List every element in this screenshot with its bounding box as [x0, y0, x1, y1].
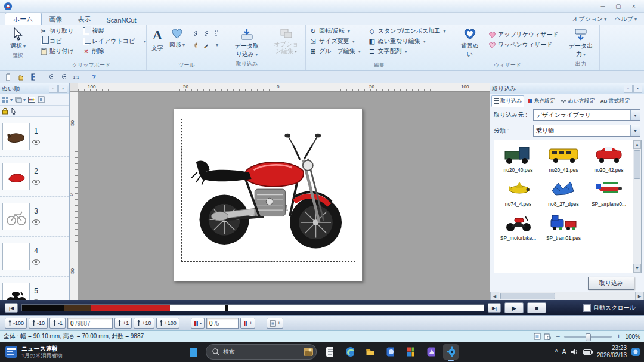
data-output-button[interactable]: データ出力▾	[564, 26, 597, 60]
design-page[interactable]	[174, 109, 363, 281]
panel-pin-button[interactable]: ▫	[49, 85, 58, 93]
tab-text-format[interactable]: AB書式設定	[598, 95, 633, 107]
zoom-out-minus[interactable]: −	[554, 332, 561, 341]
option-edit-button[interactable]: オプション編集▾	[269, 26, 304, 55]
library-item[interactable]: SP_airplane0...	[586, 177, 631, 207]
sew-order-item[interactable]: 1	[0, 117, 69, 157]
tab-view[interactable]: 表示	[70, 13, 99, 25]
close-button[interactable]: ×	[626, 1, 642, 11]
group-edit-button[interactable]: ⊞グループ編集▾	[308, 47, 362, 56]
delete-button[interactable]: ×削除	[80, 47, 147, 56]
taskbar-app-icon-violet[interactable]	[423, 344, 438, 360]
lock-button[interactable]	[1, 106, 9, 116]
selection-marquee[interactable]	[181, 119, 355, 262]
fit-page-icon[interactable]	[534, 333, 541, 340]
library-item[interactable]: no20_41.pes	[541, 143, 586, 173]
edge-browser-icon[interactable]	[342, 344, 357, 360]
canvas-viewport[interactable]	[78, 92, 490, 300]
visibility-toggle[interactable]	[32, 218, 40, 227]
color-forward-button[interactable]: +	[240, 318, 255, 329]
visibility-toggle[interactable]	[32, 138, 40, 147]
rotate-flip-button[interactable]: ↻回転/反転▾	[308, 26, 362, 36]
zoom-slider-thumb[interactable]	[586, 333, 591, 341]
data-import-button[interactable]: データ取り込み▾	[229, 26, 265, 60]
volume-icon[interactable]	[571, 348, 579, 355]
sew-order-item[interactable]: 2	[0, 157, 69, 197]
zoom-actual-button[interactable]: 1:1	[70, 72, 82, 82]
motorcycle-design[interactable]	[184, 122, 353, 259]
zoom-in-button[interactable]	[190, 29, 200, 39]
sew-order-item[interactable]: 5	[0, 277, 69, 300]
embroidery-app-icon[interactable]	[443, 344, 459, 360]
save-button[interactable]	[27, 72, 39, 82]
maximize-button[interactable]: ▢	[611, 1, 626, 11]
dropdown-arrow-icon[interactable]: ▼	[630, 110, 640, 120]
library-item[interactable]: SP_motorbike...	[496, 211, 541, 241]
progress-bar[interactable]	[21, 304, 484, 311]
tool-options-dropdown[interactable]: ▾	[211, 39, 222, 50]
stamp-emboss-button[interactable]: ◇スタンプ/エンボス加工▾	[367, 26, 447, 36]
zoom-slider[interactable]	[564, 336, 612, 338]
library-item[interactable]: no20_42.pes	[586, 143, 631, 173]
cut-button[interactable]: ✂切り取り	[38, 26, 75, 36]
taskbar-app-icon-multi[interactable]	[402, 344, 418, 360]
select-tool-button[interactable]: 選択▾	[2, 26, 34, 51]
zoom-out-button[interactable]	[200, 29, 211, 39]
zoom-out-button[interactable]	[58, 72, 69, 82]
open-file-button[interactable]	[15, 72, 26, 82]
applique-wizard-button[interactable]: アップリケウィザード	[487, 30, 560, 39]
resize-button[interactable]: ⇲サイズ変更▾	[308, 36, 362, 46]
panel-pin-button[interactable]: ▫	[624, 85, 633, 93]
auto-scroll-option[interactable]: 自動スクロール	[583, 304, 636, 312]
sew-order-item[interactable]: 4	[0, 237, 69, 277]
stitch-counter-field[interactable]: 0 /9887	[67, 318, 113, 329]
taskbar-search[interactable]: 検索	[206, 344, 317, 360]
zoom-select-button[interactable]	[211, 29, 222, 39]
library-horizontal-scrollbar[interactable]: ◀ ▶	[490, 292, 644, 300]
go-to-end-button[interactable]: ▶|	[488, 303, 501, 313]
category-select[interactable]: 乗り物 ▼	[533, 125, 640, 137]
file-explorer-icon[interactable]	[362, 344, 377, 360]
tab-image[interactable]: 画像	[42, 13, 70, 25]
options-menu[interactable]: オプション▾	[572, 15, 606, 23]
play-button[interactable]: ▶	[504, 302, 524, 313]
library-item[interactable]: SP_train01.pes	[541, 211, 586, 241]
visibility-toggle[interactable]	[32, 178, 40, 187]
help-menu[interactable]: ヘルプ▾	[615, 15, 637, 23]
stitch-forward-10-button[interactable]: +10	[134, 318, 154, 329]
panel-close-button[interactable]: ×	[58, 85, 67, 93]
scrollbar-thumb[interactable]	[500, 293, 555, 299]
notification-icon[interactable]	[631, 347, 640, 357]
stitch-forward-100-button[interactable]: +100	[156, 318, 179, 329]
go-to-start-button[interactable]: |◀	[5, 303, 18, 313]
text-array-button[interactable]: ≣文字配列▾	[367, 47, 447, 56]
display-mode-button[interactable]: ▾	[14, 95, 26, 104]
dropdown-arrow-icon[interactable]: ▼	[630, 125, 640, 136]
help-button[interactable]: ?	[88, 72, 100, 82]
library-vertical-scrollbar[interactable]: ▲ ▼	[633, 140, 641, 273]
scroll-right-icon[interactable]: ▶	[635, 292, 644, 301]
new-file-button[interactable]	[2, 72, 14, 82]
tab-import[interactable]: 取り込み	[491, 95, 524, 107]
taskbar-clock[interactable]: 23:23 2026/02/13	[597, 345, 627, 359]
zoom-in-plus[interactable]: +	[615, 332, 622, 341]
import-button[interactable]: 取り込み	[588, 277, 634, 290]
text-tool-button[interactable]: A 文字	[148, 26, 166, 54]
frame-forward-button[interactable]: +	[267, 318, 283, 329]
taskbar-app-icon-blue[interactable]	[382, 344, 398, 360]
zoom-page-icon[interactable]	[544, 333, 551, 340]
patch-wizard-button[interactable]: ワッペンウィザード	[487, 40, 560, 49]
color-back-button[interactable]: -	[191, 318, 205, 329]
visibility-toggle[interactable]	[32, 258, 40, 267]
stop-button[interactable]: ■	[527, 302, 546, 313]
pan-hand-button[interactable]	[190, 39, 200, 50]
layout-copy-button[interactable]: レイアウトコピー▾	[80, 36, 147, 46]
measure-button[interactable]	[200, 39, 211, 50]
stitch-back-10-button[interactable]: -10	[29, 318, 48, 329]
scroll-down-icon[interactable]: ▼	[633, 264, 641, 273]
thumbnail-size-button[interactable]: ▾	[1, 95, 13, 104]
shape-tool-button[interactable]: 図形▾	[166, 26, 188, 50]
scroll-up-icon[interactable]: ▲	[633, 140, 641, 149]
background-sew-button[interactable]: 背景ぬい	[455, 26, 485, 60]
overlap-edit-button[interactable]: ◧ぬい重なり編集▾	[367, 36, 447, 46]
